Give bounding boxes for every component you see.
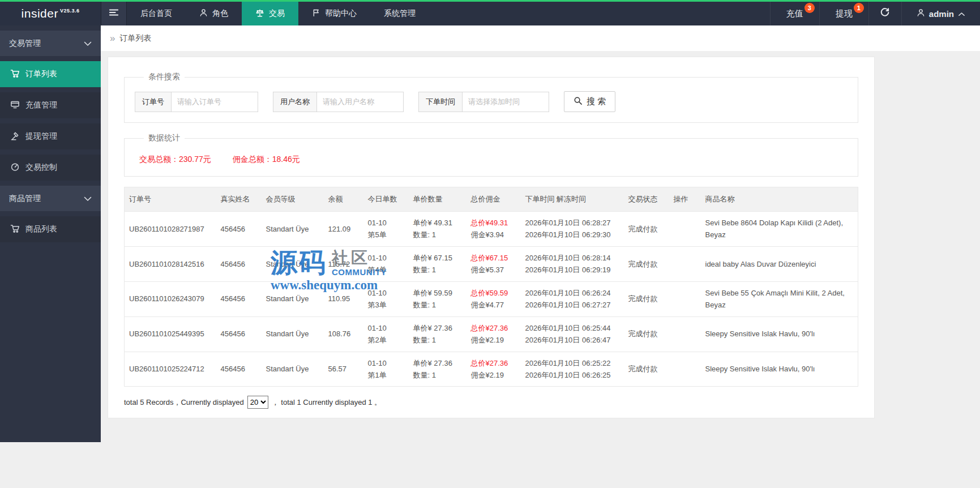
search-button[interactable]: 搜 索: [564, 91, 615, 112]
sidebar-item-trade-control[interactable]: 交易控制: [0, 155, 101, 181]
actions-cell: [669, 212, 701, 247]
actions-cell: [669, 316, 701, 352]
real-name: 456456: [221, 225, 245, 233]
withdraw-badge: 1: [854, 3, 864, 13]
quantity: 数量: 1: [413, 369, 462, 381]
menu-item-trade[interactable]: 交易: [242, 2, 298, 25]
actions-cell: [669, 352, 701, 387]
order-number: UB2601101025224712: [129, 365, 204, 373]
menu-item-label: 系统管理: [384, 8, 416, 19]
sidebar-item-withdraw-management[interactable]: 提现管理: [0, 123, 101, 149]
menu-item-dashboard[interactable]: 后台首页: [127, 2, 186, 25]
recharge-notice-label: 充值: [786, 8, 803, 19]
menu-item-label: 帮助中心: [325, 8, 357, 19]
gavel-icon: [10, 131, 20, 142]
app-logo-text: insider: [22, 7, 58, 20]
quantity: 数量: 1: [413, 299, 462, 311]
member-level: Standart Üye: [266, 260, 309, 268]
quantity: 数量: 1: [413, 264, 462, 276]
menu-item-roles[interactable]: 角色: [186, 2, 242, 25]
unfreeze-time: 2026年01月10日 06:29:19: [525, 264, 619, 276]
sidebar-group-label: 商品管理: [9, 194, 41, 204]
sidebar-group-product-management[interactable]: 商品管理: [0, 186, 101, 211]
actions-cell: [669, 281, 701, 316]
order-number: UB2601101028142516: [129, 260, 204, 268]
header-row: 订单号 真实姓名 会员等级 余额 今日单数 单价数量 总价佣金 下单时间 解冻时…: [125, 187, 858, 212]
pagination-text-after: ， total 1 Currently displayed 1 。: [272, 397, 382, 408]
col-today-orders: 今日单数: [363, 187, 409, 212]
user-menu[interactable]: admin: [901, 2, 980, 25]
member-level: Standart Üye: [266, 294, 309, 303]
trade-status: 完成付款: [628, 365, 658, 373]
withdraw-notice-button[interactable]: 提现 1: [819, 2, 868, 25]
gauge-icon: [10, 162, 20, 173]
product-name: Sevi Bebe 55 Çok Amaçlı Mini Kilit, 2 Ad…: [705, 289, 845, 309]
today-order-index: 第5单: [368, 229, 404, 241]
sidebar-group-trade-management[interactable]: 交易管理: [0, 31, 101, 56]
user-name-input[interactable]: [317, 92, 403, 112]
table-row: UB2601101025449395 456456 Standart Üye 1…: [125, 316, 858, 352]
commission: 佣金¥4.77: [471, 299, 516, 311]
unfreeze-time: 2026年01月10日 06:26:25: [525, 369, 619, 381]
trade-status: 完成付款: [628, 294, 658, 303]
sidebar-item-label: 提现管理: [25, 131, 57, 142]
col-trade-status: 交易状态: [624, 187, 669, 212]
user-icon: [917, 8, 925, 19]
refresh-button[interactable]: [868, 2, 901, 25]
menu-item-label: 后台首页: [140, 8, 172, 19]
search-button-label: 搜 索: [587, 96, 606, 107]
today-order-index: 第3单: [368, 299, 404, 311]
cart-icon: [10, 69, 20, 80]
table-row: UB2601101028142516 456456 Standart Üye 1…: [125, 246, 858, 281]
actions-cell: [669, 246, 701, 281]
total-price: 总价¥27.36: [471, 322, 516, 334]
today-date: 01-10: [368, 217, 404, 229]
order-time-input[interactable]: [463, 92, 549, 112]
flag-icon: [312, 8, 320, 19]
table-row: UB2601101025224712 456456 Standart Üye 5…: [125, 352, 858, 387]
unfreeze-time: 2026年01月10日 06:26:47: [525, 334, 619, 346]
today-date: 01-10: [368, 252, 404, 264]
sidebar-item-product-list[interactable]: 商品列表: [0, 216, 101, 242]
sidebar-toggle-button[interactable]: [101, 2, 127, 25]
menu-item-help-center[interactable]: 帮助中心: [298, 2, 370, 25]
order-time: 2026年01月10日 06:25:22: [525, 357, 619, 369]
order-list-card: 条件搜索 订单号 用户名称 下单时间: [108, 57, 875, 418]
search-legend: 条件搜索: [144, 72, 185, 82]
member-level: Standart Üye: [266, 225, 309, 233]
top-menu: 后台首页 角色 交易 帮助中心 系统管理: [127, 2, 429, 25]
topbar-right: 充值 3 提现 1 admin: [770, 2, 980, 25]
recharge-notice-button[interactable]: 充值 3: [770, 2, 819, 25]
commission: 佣金¥5.37: [471, 264, 516, 276]
balance: 121.09: [328, 225, 351, 233]
stats-line: 交易总额：230.77元 佣金总额：18.46元: [135, 152, 848, 166]
today-order-index: 第4单: [368, 264, 404, 276]
table-row: UB2601101028271987 456456 Standart Üye 1…: [125, 212, 858, 247]
real-name: 456456: [221, 365, 245, 373]
user-name-label: 用户名称: [273, 92, 317, 112]
real-name: 456456: [221, 294, 245, 303]
order-number-input[interactable]: [172, 92, 258, 112]
sidebar-group-label: 交易管理: [9, 38, 41, 49]
order-time-group: 下单时间: [418, 92, 549, 112]
chevron-down-icon: [84, 39, 92, 48]
cart-icon: [10, 224, 20, 235]
total-price: 总价¥49.31: [471, 217, 516, 229]
unit-price: 单价¥ 59.59: [413, 287, 462, 299]
breadcrumb-chevrons-icon: »: [110, 33, 115, 44]
member-level: Standart Üye: [266, 329, 309, 338]
sidebar-item-recharge-management[interactable]: 充值管理: [0, 92, 101, 118]
order-time: 2026年01月10日 06:28:27: [525, 217, 619, 229]
menu-item-system[interactable]: 系统管理: [370, 2, 429, 25]
trade-status: 完成付款: [628, 260, 658, 268]
page-size-select[interactable]: 20: [247, 396, 268, 409]
order-time: 2026年01月10日 06:25:44: [525, 322, 619, 334]
order-number: UB2601101026243079: [129, 294, 204, 303]
real-name: 456456: [221, 329, 245, 338]
stats-fieldset: 数据统计 交易总额：230.77元 佣金总额：18.46元: [124, 133, 858, 177]
sidebar-item-order-list[interactable]: 订单列表: [0, 61, 101, 87]
order-number: UB2601101025449395: [129, 329, 204, 338]
balance: 56.57: [328, 365, 347, 373]
table-row: UB2601101026243079 456456 Standart Üye 1…: [125, 281, 858, 316]
topbar: insider V25.3.6 后台首页 角色 交易 帮助中心: [0, 2, 980, 25]
